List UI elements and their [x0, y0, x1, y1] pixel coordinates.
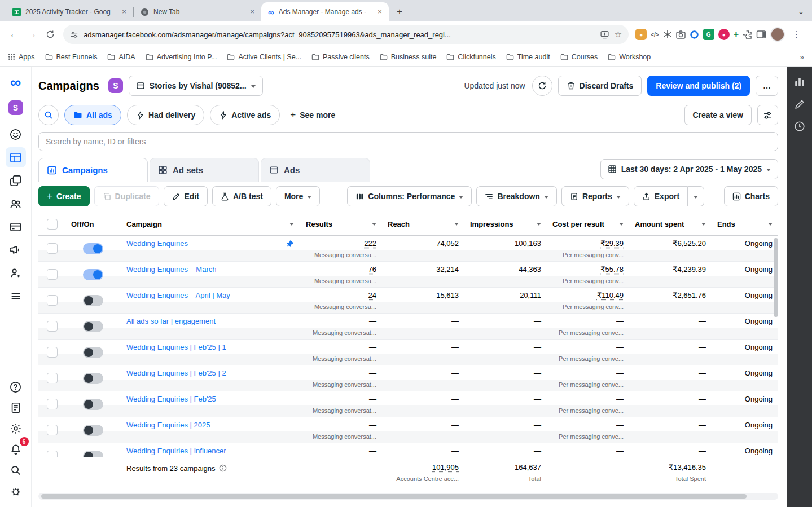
campaign-toggle[interactable] — [83, 321, 103, 332]
create-button[interactable]: + Create — [38, 186, 90, 206]
filter-pill-all-ads[interactable]: All ads — [64, 105, 121, 125]
password-extension-icon[interactable]: ● — [635, 29, 647, 40]
view-settings-button[interactable] — [757, 105, 778, 125]
history-clock-button[interactable] — [793, 120, 806, 133]
search-filter-button[interactable] — [38, 105, 59, 125]
bookmark-item[interactable]: Courses — [560, 53, 598, 61]
horizontal-scrollbar[interactable] — [38, 493, 778, 500]
extensions-puzzle-icon[interactable] — [743, 30, 752, 39]
campaign-toggle[interactable] — [83, 243, 103, 254]
campaign-link[interactable]: Wedding Enquiries | Feb'25 | 2 — [126, 369, 226, 377]
row-checkbox[interactable] — [47, 243, 58, 254]
side-panel-icon[interactable] — [756, 30, 766, 39]
row-checkbox[interactable] — [47, 269, 58, 280]
campaign-toggle[interactable] — [83, 451, 103, 457]
notifications-button[interactable]: 6 — [6, 439, 26, 460]
refresh-button[interactable] — [532, 76, 552, 96]
sidebar-item-account-settings[interactable] — [6, 263, 26, 283]
campaign-link[interactable]: All ads so far | engagement — [126, 317, 216, 325]
header-checkbox-cell[interactable] — [38, 213, 65, 235]
more-options-button[interactable]: … — [756, 76, 778, 96]
row-checkbox[interactable] — [47, 321, 58, 332]
sidebar-item-billing[interactable] — [6, 217, 26, 237]
review-publish-button[interactable]: Review and publish (2) — [647, 76, 750, 96]
bookmark-item[interactable]: Time audit — [506, 53, 550, 61]
red-extension-icon[interactable]: ● — [718, 29, 730, 40]
export-button[interactable]: Export — [634, 186, 688, 206]
plus-extension-icon[interactable]: + — [734, 29, 739, 39]
forward-button[interactable]: → — [24, 26, 41, 43]
green-extension-icon[interactable]: G — [703, 29, 714, 40]
back-button[interactable]: ← — [6, 26, 23, 43]
rail-account-avatar[interactable]: S — [8, 100, 23, 115]
row-checkbox[interactable] — [47, 451, 58, 457]
filter-pill-active-ads[interactable]: Active ads — [210, 105, 280, 125]
bookmark-item[interactable]: Active Clients | Se... — [227, 53, 301, 61]
sidebar-item-ads-manager[interactable] — [6, 147, 26, 167]
sidebar-item-overview[interactable] — [6, 124, 26, 144]
header-ends[interactable]: Ends — [712, 213, 778, 235]
header-cost-per-result[interactable]: Cost per result — [547, 213, 629, 235]
updates-button[interactable] — [6, 398, 26, 418]
select-all-checkbox[interactable] — [47, 219, 58, 230]
browser-menu-icon[interactable]: ⋮ — [789, 29, 804, 39]
sidebar-item-pages[interactable] — [6, 170, 26, 191]
see-more-filters[interactable]: + See more — [290, 109, 335, 121]
campaign-toggle[interactable] — [83, 347, 103, 358]
campaign-link[interactable]: Wedding Enquiries – March — [126, 265, 216, 274]
campaign-toggle[interactable] — [83, 399, 103, 410]
bookmark-item[interactable]: Passive clients — [311, 53, 370, 61]
bookmark-item[interactable]: Advertising Into P... — [146, 53, 217, 61]
campaign-link[interactable]: Wedding Enquiries | Feb'25 — [126, 395, 216, 403]
bookmark-star-icon[interactable]: ☆ — [615, 29, 622, 39]
insights-chart-button[interactable] — [793, 76, 806, 88]
export-dropdown-button[interactable] — [688, 186, 704, 206]
campaign-toggle[interactable] — [83, 269, 103, 280]
campaign-toggle[interactable] — [83, 425, 103, 436]
campaign-link[interactable]: Wedding Enquiries | Influencer — [126, 447, 226, 455]
row-checkbox[interactable] — [47, 347, 58, 358]
columns-button[interactable]: Columns: Performance — [347, 186, 472, 206]
discard-drafts-button[interactable]: Discard Drafts — [558, 76, 642, 96]
sidebar-item-audiences[interactable] — [6, 193, 26, 214]
account-selector[interactable]: Stories by Vishal (90852... — [129, 76, 263, 96]
bookmark-item[interactable]: Clickfunnels — [446, 53, 495, 61]
bookmark-item[interactable]: Business suite — [380, 53, 437, 61]
meta-logo[interactable]: ∞ — [10, 74, 21, 90]
code-extension-icon[interactable]: </> — [651, 32, 659, 38]
new-tab-button[interactable]: + — [392, 5, 407, 19]
row-checkbox[interactable] — [47, 399, 58, 409]
charts-button[interactable]: Charts — [724, 186, 778, 206]
breakdown-button[interactable]: Breakdown — [476, 186, 556, 206]
header-reach[interactable]: Reach — [382, 213, 464, 235]
address-bar[interactable]: adsmanager.facebook.com/adsmanager/manag… — [63, 25, 629, 44]
campaign-link[interactable]: Wedding Enquiries — [126, 239, 188, 248]
campaign-toggle[interactable] — [83, 295, 103, 306]
bookmark-apps[interactable]: Apps — [8, 53, 35, 61]
bookmark-item[interactable]: Workshop — [608, 53, 651, 61]
row-checkbox[interactable] — [47, 373, 58, 383]
camera-extension-icon[interactable] — [676, 30, 686, 39]
search-nav-button[interactable] — [6, 460, 26, 480]
header-amount-spent[interactable]: Amount spent — [629, 213, 712, 235]
tab-campaigns[interactable]: Campaigns — [38, 158, 148, 182]
search-input[interactable] — [38, 132, 778, 151]
profile-avatar[interactable] — [770, 27, 785, 42]
horizontal-scrollbar-thumb[interactable] — [41, 494, 747, 499]
edit-button[interactable]: Edit — [164, 186, 208, 206]
bookmark-item[interactable]: AIDA — [107, 53, 135, 61]
row-checkbox[interactable] — [47, 295, 58, 306]
tab-ads[interactable]: Ads — [261, 158, 370, 182]
more-button[interactable]: More — [276, 186, 320, 206]
blue-circle-extension-icon[interactable] — [690, 30, 699, 39]
header-campaign[interactable]: Campaign — [121, 213, 300, 235]
row-checkbox[interactable] — [47, 425, 58, 435]
campaign-toggle[interactable] — [83, 373, 103, 384]
bookmarks-overflow-chevron[interactable]: » — [800, 52, 804, 61]
snowflake-extension-icon[interactable] — [663, 30, 672, 39]
settings-button[interactable] — [6, 418, 26, 439]
close-tab-icon[interactable]: × — [120, 7, 129, 16]
filter-pill-had-delivery[interactable]: Had delivery — [127, 105, 204, 125]
vertical-scrollbar[interactable] — [774, 238, 778, 317]
edit-panel-button[interactable] — [794, 98, 806, 110]
